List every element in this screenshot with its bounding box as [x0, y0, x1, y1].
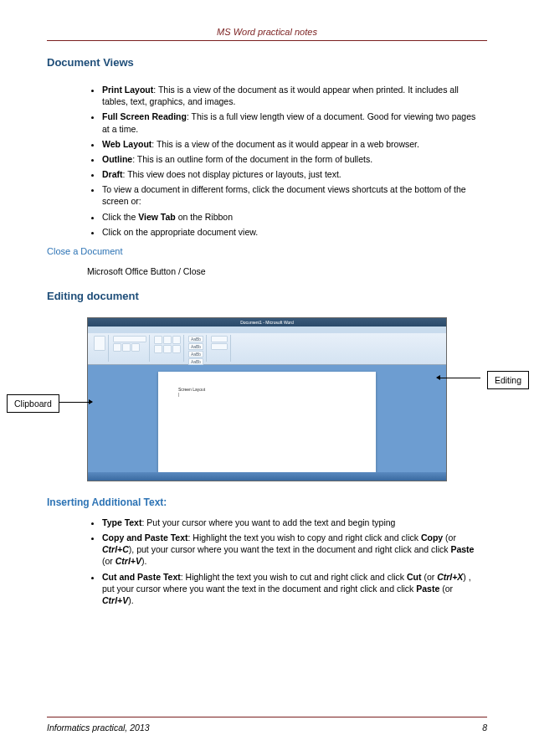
bold-term: Type Text [102, 517, 141, 527]
find-icon [211, 336, 228, 342]
section-inserting-title: Inserting Additional Text: [47, 496, 487, 508]
statusbar [88, 472, 446, 481]
word-screenshot: Document1 - Microsoft Word [87, 317, 447, 481]
footer-divider [47, 717, 487, 717]
titlebar-text: Document1 - Microsoft Word [240, 320, 294, 325]
inserting-list: Type Text: Put your cursor where you wan… [102, 517, 479, 606]
page-number: 8 [482, 723, 487, 733]
item-text: : Put your cursor where you want to add … [141, 517, 395, 527]
style-box: AaBb [188, 343, 203, 350]
align-left-icon [154, 345, 162, 353]
list-item: Print Layout: This is a view of the docu… [102, 84, 479, 107]
bold-term: Draft [102, 169, 123, 179]
bold-term: Print Layout [102, 85, 153, 95]
list-item: Click on the appropriate document view. [102, 226, 479, 238]
italic-icon [122, 343, 131, 352]
cursor: | [178, 392, 356, 397]
item-text: : This view does not display pictures or… [123, 169, 341, 179]
bold-term: View Tab [138, 212, 176, 222]
bold-term: Copy and Paste Text [102, 532, 188, 543]
shortcut: Ctrl+V [102, 595, 128, 605]
bold-term: Paste [416, 584, 439, 594]
list-item: Type Text: Put your cursor where you wan… [102, 517, 479, 528]
font-selector [113, 336, 146, 342]
align-center-icon [163, 345, 172, 353]
page: MS Word practical notes Document Views P… [0, 0, 534, 756]
footer-left: Informatics practical, 2013 [47, 723, 150, 733]
list-item: Cut and Paste Text: Highlight the text y… [102, 571, 479, 607]
list-item: Full Screen Reading: This is a full view… [102, 111, 479, 134]
bold-term: Cut [407, 572, 422, 582]
indent-icon [172, 336, 181, 344]
replace-icon [211, 343, 228, 350]
ribbon: AaBb AaBb AaBb AaBb AaBb [88, 333, 446, 365]
header-divider [47, 40, 487, 41]
item-text: : Highlight the text you wish to cut and… [181, 572, 407, 582]
ribbon-group-font [110, 335, 150, 362]
section-document-views-title: Document Views [47, 56, 487, 69]
item-text: : This is an outline form of the documen… [132, 154, 372, 164]
list-item: Draft: This view does not display pictur… [102, 168, 479, 180]
arrow-left [59, 402, 92, 403]
bold-icon [113, 343, 121, 352]
item-text: Click on the appropriate document view. [102, 227, 258, 237]
callout-clipboard: Clipboard [7, 394, 59, 413]
shortcut: Ctrl+V [116, 556, 141, 566]
style-box: AaBb [188, 336, 203, 342]
bullets-icon [154, 336, 162, 344]
ribbon-group-styles: AaBb AaBb AaBb AaBb AaBb [186, 335, 207, 362]
align-right-icon [172, 345, 181, 353]
item-text: on the Ribbon [176, 212, 233, 222]
paste-icon [94, 336, 105, 351]
item-text: (or [439, 584, 453, 594]
shortcut: Ctrl+X [437, 572, 463, 582]
doc-area: Screen Layout | [88, 365, 446, 472]
section-close-doc-title: Close a Document [47, 246, 487, 256]
bold-term: Copy [421, 532, 443, 543]
section-editing-title: Editing document [47, 290, 487, 302]
item-text: ). [128, 595, 133, 605]
item-text: : Highlight the text you wish to copy an… [188, 532, 421, 543]
shortcut: Ctrl+C [102, 544, 129, 554]
bold-term: Paste [450, 544, 474, 554]
list-item: Copy and Paste Text: Highlight the text … [102, 532, 479, 568]
underline-icon [131, 343, 140, 352]
titlebar: Document1 - Microsoft Word [88, 318, 446, 327]
ribbon-group-paragraph [151, 335, 184, 362]
ribbon-group-clipboard [91, 335, 109, 362]
footer: Informatics practical, 2013 8 [47, 717, 487, 733]
menubar [88, 327, 446, 333]
bold-term: Web Layout [102, 139, 151, 149]
figure-area: Document1 - Microsoft Word [47, 317, 487, 481]
list-item: Click the View Tab on the Ribbon [102, 211, 479, 223]
bold-term: Full Screen Reading [102, 111, 187, 121]
item-text: : This is a view of the document as it w… [151, 139, 419, 149]
numbering-icon [163, 336, 172, 344]
item-text: : This is a view of the document as it w… [102, 85, 459, 106]
document-views-list: Print Layout: This is a view of the docu… [102, 84, 479, 238]
item-text: (or [421, 572, 437, 582]
callout-editing: Editing [487, 371, 529, 389]
close-doc-text: Microsoft Office Button / Close [87, 266, 487, 276]
item-text: Click the [102, 212, 138, 222]
doc-page: Screen Layout | [158, 372, 376, 472]
item-text: ), put your cursor where you want the te… [129, 544, 451, 554]
header-title: MS Word practical notes [47, 27, 487, 37]
list-item: Outline: This is an outline form of the … [102, 153, 479, 165]
bold-term: Outline [102, 154, 132, 164]
item-text: (or [102, 556, 116, 566]
ribbon-group-editing [208, 335, 231, 362]
style-box: AaBb [188, 351, 203, 357]
arrow-right [437, 378, 480, 378]
list-item: Web Layout: This is a view of the docume… [102, 138, 479, 150]
item-text: (or [443, 532, 456, 543]
list-item: To view a document in different forms, c… [102, 183, 479, 207]
item-text: ). [141, 556, 146, 566]
item-text: To view a document in different forms, c… [102, 184, 466, 206]
bold-term: Cut and Paste Text [102, 572, 181, 582]
